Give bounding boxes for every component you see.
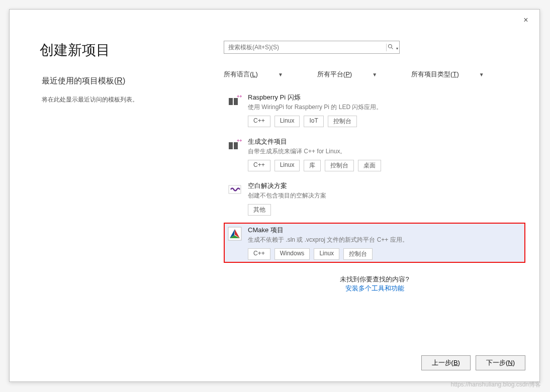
svg-rect-2 bbox=[229, 98, 233, 105]
svg-rect-8 bbox=[229, 185, 241, 193]
filter-language[interactable]: 所有语言(L) ▼ bbox=[224, 70, 283, 79]
recent-templates-empty-text: 将在此处显示最近访问的模板列表。 bbox=[42, 95, 215, 104]
template-icon bbox=[228, 227, 242, 241]
template-title: 生成文件项目 bbox=[248, 137, 521, 146]
templates-panel: ▾ 所有语言(L) ▼ 所有平台(P) ▼ 所有项目类型(T) ▼ bbox=[215, 76, 525, 293]
close-icon: × bbox=[523, 16, 528, 25]
template-tag: 控制台 bbox=[328, 116, 357, 127]
filter-project-type[interactable]: 所有项目类型(T) ▼ bbox=[411, 70, 484, 79]
install-tools-link[interactable]: 安装多个工具和功能 bbox=[224, 284, 525, 293]
template-tag: 控制台 bbox=[325, 160, 354, 171]
template-tag: Linux bbox=[314, 248, 339, 260]
recent-templates-panel: 最近使用的项目模板(R) 将在此处显示最近访问的模板列表。 bbox=[24, 76, 215, 293]
template-tag: C++ bbox=[248, 160, 270, 171]
template-tag: Linux bbox=[274, 160, 300, 171]
search-icon[interactable]: ▾ bbox=[386, 44, 399, 51]
content-area: 最近使用的项目模板(R) 将在此处显示最近访问的模板列表。 ▾ 所有语言(L) … bbox=[24, 76, 525, 293]
filter-platform[interactable]: 所有平台(P) ▼ bbox=[317, 70, 377, 79]
chevron-down-icon: ▼ bbox=[278, 72, 283, 77]
template-title: Raspberry Pi 闪烁 bbox=[248, 93, 521, 102]
template-tags: C++Linux库控制台桌面 bbox=[248, 160, 521, 171]
template-title: CMake 项目 bbox=[248, 226, 521, 235]
template-tag: IoT bbox=[304, 116, 323, 127]
svg-text:++: ++ bbox=[237, 94, 242, 99]
close-button[interactable]: × bbox=[519, 14, 532, 27]
watermark-text: https://hanshuliang.blog.csdn博客 bbox=[451, 380, 541, 389]
template-tags: C++WindowsLinux控制台 bbox=[248, 248, 521, 260]
template-title: 空白解决方案 bbox=[248, 181, 521, 190]
svg-rect-6 bbox=[234, 142, 238, 149]
template-tag: C++ bbox=[248, 116, 270, 127]
template-description: 生成不依赖于 .sln 或 .vcxproj 文件的新式跨平台 C++ 应用。 bbox=[248, 236, 521, 244]
recent-templates-heading: 最近使用的项目模板(R) bbox=[42, 76, 215, 86]
template-tag: Linux bbox=[274, 116, 300, 127]
not-found-text: 未找到你要查找的内容? bbox=[224, 275, 525, 284]
template-tags: C++LinuxIoT控制台 bbox=[248, 116, 521, 127]
search-input[interactable] bbox=[224, 41, 386, 53]
template-tag: 其他 bbox=[248, 204, 271, 216]
template-icon bbox=[228, 182, 242, 197]
template-tag: Windows bbox=[274, 248, 310, 260]
template-icon: ++ bbox=[228, 138, 242, 152]
template-item[interactable]: ++Raspberry Pi 闪烁使用 WiringPi for Raspber… bbox=[224, 90, 525, 130]
back-button[interactable]: 上一步(B) bbox=[421, 355, 471, 370]
dialog-buttons: 上一步(B) 下一步(N) bbox=[421, 355, 525, 370]
svg-rect-5 bbox=[229, 142, 233, 149]
svg-rect-3 bbox=[234, 98, 238, 105]
chevron-down-icon: ▼ bbox=[479, 72, 484, 77]
svg-text:++: ++ bbox=[237, 138, 242, 143]
template-item[interactable]: CMake 项目生成不依赖于 .sln 或 .vcxproj 文件的新式跨平台 … bbox=[224, 223, 525, 263]
template-description: 自带生成系统来编译 C++ for Linux。 bbox=[248, 147, 521, 156]
not-found-section: 未找到你要查找的内容? 安装多个工具和功能 bbox=[224, 275, 525, 293]
template-list: ++Raspberry Pi 闪烁使用 WiringPi for Raspber… bbox=[224, 90, 525, 263]
template-description: 使用 WiringPi for Raspberry Pi 的 LED 闪烁应用。 bbox=[248, 103, 521, 112]
template-description: 创建不包含项目的空解决方案 bbox=[248, 191, 521, 200]
template-tag: 控制台 bbox=[343, 248, 373, 260]
filter-bar: 所有语言(L) ▼ 所有平台(P) ▼ 所有项目类型(T) ▼ bbox=[224, 70, 525, 79]
template-tag: 库 bbox=[304, 160, 321, 171]
template-item[interactable]: ++生成文件项目自带生成系统来编译 C++ for Linux。C++Linux… bbox=[224, 134, 525, 174]
create-project-dialog: × 创建新项目 最近使用的项目模板(R) 将在此处显示最近访问的模板列表。 ▾ … bbox=[9, 9, 540, 382]
template-tags: 其他 bbox=[248, 204, 521, 216]
svg-line-1 bbox=[392, 47, 393, 49]
search-box[interactable]: ▾ bbox=[224, 41, 400, 54]
svg-point-0 bbox=[389, 44, 392, 48]
template-item[interactable]: 空白解决方案创建不包含项目的空解决方案其他 bbox=[224, 178, 525, 219]
template-icon: ++ bbox=[228, 94, 242, 108]
chevron-down-icon: ▼ bbox=[372, 72, 377, 77]
next-button[interactable]: 下一步(N) bbox=[476, 355, 525, 370]
template-tag: C++ bbox=[248, 248, 270, 260]
template-tag: 桌面 bbox=[358, 160, 381, 171]
